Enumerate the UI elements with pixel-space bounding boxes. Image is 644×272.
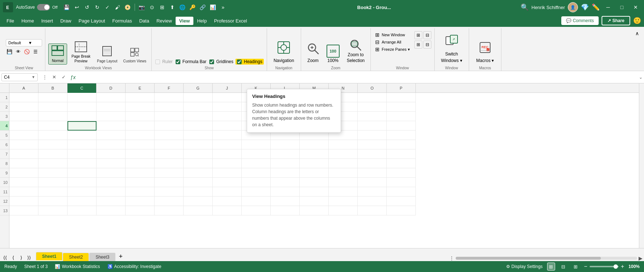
cell-N6[interactable] [329, 140, 358, 149]
headings-checkbox-item[interactable]: Headings [235, 59, 264, 65]
cell-N13[interactable] [329, 206, 358, 215]
cell-E3[interactable] [126, 112, 155, 121]
cell-C3[interactable] [67, 112, 97, 121]
cell-E12[interactable] [126, 197, 155, 206]
formula-more-icon[interactable]: ⋮ [41, 73, 49, 81]
row-7[interactable]: 7 [0, 149, 9, 159]
cell-P2[interactable] [387, 102, 416, 112]
row-3[interactable]: 3 [0, 112, 9, 121]
save-icon[interactable]: 💾 [62, 3, 71, 12]
cell-D6[interactable] [97, 140, 126, 149]
cell-O13[interactable] [358, 206, 387, 215]
cell-L9[interactable] [271, 168, 300, 178]
cell-N11[interactable] [329, 187, 358, 197]
insert-function-icon[interactable]: ƒx [69, 73, 77, 81]
menu-data[interactable]: Data [136, 17, 153, 25]
cell-A5[interactable] [9, 131, 38, 140]
cell-M6[interactable] [300, 140, 329, 149]
cell-J5[interactable] [213, 131, 242, 140]
col-header-g[interactable]: G [184, 83, 213, 93]
cell-J9[interactable] [213, 168, 242, 178]
zoom-button[interactable]: Zoom [304, 41, 322, 65]
menu-home[interactable]: Home [18, 17, 38, 25]
cell-K8[interactable] [242, 159, 271, 168]
menu-review[interactable]: Review [153, 17, 176, 25]
cell-L11[interactable] [271, 187, 300, 197]
cell-E5[interactable] [126, 131, 155, 140]
normal-view-button[interactable]: Normal [48, 44, 67, 65]
cell-O7[interactable] [358, 149, 387, 159]
cell-B8[interactable] [38, 159, 67, 168]
cell-A4[interactable] [9, 121, 38, 131]
gridlines-checkbox-item[interactable]: Gridlines [209, 59, 234, 65]
new-window-button[interactable]: ⊞ New Window [374, 31, 411, 38]
cell-D7[interactable] [97, 149, 126, 159]
cell-E4[interactable] [126, 121, 155, 131]
tab-prev-button[interactable]: ⟨ [9, 254, 17, 261]
cell-B3[interactable] [38, 112, 67, 121]
row-12[interactable]: 12 [0, 197, 9, 206]
cell-E9[interactable] [126, 168, 155, 178]
hide-icon2[interactable]: ⊟ [423, 41, 431, 49]
cell-B7[interactable] [38, 149, 67, 159]
ruler-checkbox[interactable] [155, 59, 160, 64]
ruler-checkbox-item[interactable]: Ruler [155, 59, 173, 65]
row-10[interactable]: 10 [0, 178, 9, 187]
col-header-p[interactable]: P [387, 83, 416, 93]
cell-N9[interactable] [329, 168, 358, 178]
menu-view[interactable]: View [176, 17, 193, 25]
cell-A2[interactable] [9, 102, 38, 112]
cell-K10[interactable] [242, 178, 271, 187]
eye-off-icon[interactable]: 🚫 [23, 48, 30, 55]
tab-first-button[interactable]: ⟨⟨ [1, 254, 9, 261]
row-5[interactable]: 5 [0, 131, 9, 140]
page-break-preview-button[interactable]: 12 Page Break Preview [69, 40, 93, 65]
tab-last-button[interactable]: ⟩⟩ [25, 254, 33, 261]
cell-L12[interactable] [271, 197, 300, 206]
cell-G7[interactable] [184, 149, 213, 159]
col-header-f[interactable]: F [155, 83, 184, 93]
ribbon-collapse-button[interactable]: ∧ [633, 30, 641, 37]
cell-E6[interactable] [126, 140, 155, 149]
formula-bar-checkbox-item[interactable]: Formula Bar [175, 59, 207, 65]
cell-L8[interactable] [271, 159, 300, 168]
cell-P3[interactable] [387, 112, 416, 121]
cell-B5[interactable] [38, 131, 67, 140]
cell-P10[interactable] [387, 178, 416, 187]
cell-J7[interactable] [213, 149, 242, 159]
vertical-scrollbar[interactable] [639, 83, 644, 248]
table-icon[interactable]: ⊞ [157, 3, 167, 12]
cell-F8[interactable] [155, 159, 184, 168]
cell-C4[interactable] [67, 121, 97, 131]
zoom-minus-button[interactable]: − [584, 263, 587, 270]
globe-icon[interactable]: 🌐 [178, 3, 187, 12]
split-icon2[interactable]: ⊟ [423, 31, 431, 39]
cell-G6[interactable] [184, 140, 213, 149]
tab-options-icon[interactable]: ⋮ [449, 255, 454, 261]
cell-P4[interactable] [387, 121, 416, 131]
paint-icon[interactable]: 🖌 [113, 3, 122, 12]
cell-M8[interactable] [300, 159, 329, 168]
undo-icon[interactable]: ↩ [72, 3, 82, 12]
camera-icon[interactable]: 📷 [137, 3, 147, 12]
cell-O4[interactable] [358, 121, 387, 131]
check-icon[interactable]: ✓ [103, 3, 112, 12]
cell-P5[interactable] [387, 131, 416, 140]
cell-M10[interactable] [300, 178, 329, 187]
sheet-tab-3[interactable]: Sheet3 [89, 253, 115, 261]
cell-D13[interactable] [97, 206, 126, 215]
menu-file[interactable]: File [3, 17, 18, 25]
cell-E8[interactable] [126, 159, 155, 168]
cell-M12[interactable] [300, 197, 329, 206]
cell-L7[interactable] [271, 149, 300, 159]
key-icon[interactable]: 🔑 [188, 3, 197, 12]
cell-F2[interactable] [155, 102, 184, 112]
cell-K12[interactable] [242, 197, 271, 206]
formula-input[interactable] [80, 75, 637, 80]
tab-next-button[interactable]: ⟩ [17, 254, 25, 261]
maximize-button[interactable]: □ [616, 2, 627, 13]
arrange-all-button[interactable]: ⊟ Arrange All [374, 38, 411, 46]
minimize-button[interactable]: ─ [603, 2, 614, 13]
cell-A10[interactable] [9, 178, 38, 187]
col-header-j[interactable]: J [213, 83, 242, 93]
